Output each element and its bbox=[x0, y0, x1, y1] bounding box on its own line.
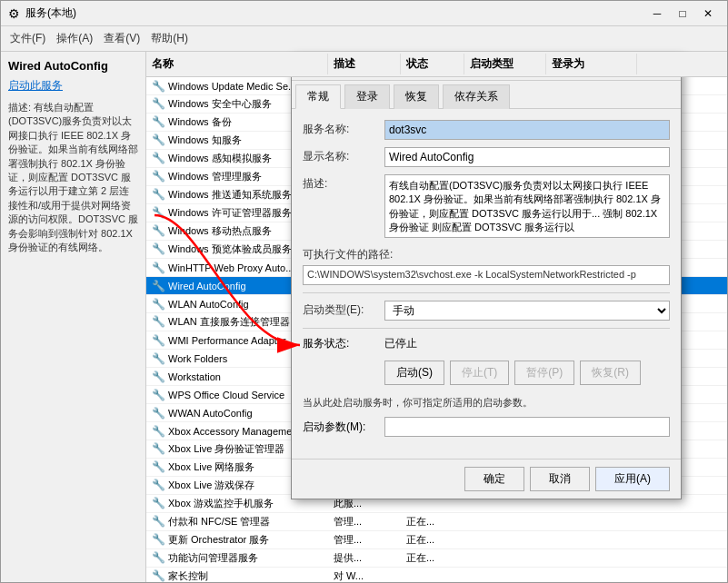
startup-type-select[interactable]: 自动 自动(延迟启动) 手动 禁用 bbox=[384, 301, 670, 321]
service-icon: 🔧 bbox=[152, 262, 165, 274]
header-status[interactable]: 状态 bbox=[401, 54, 464, 74]
resume-button[interactable]: 恢复(R) bbox=[580, 361, 641, 385]
menu-bar: 文件(F) 操作(A) 查看(V) 帮助(H) bbox=[1, 26, 727, 52]
service-icon: 🔧 bbox=[152, 479, 165, 491]
service-icon: 🔧 bbox=[152, 115, 165, 128]
minimize-button[interactable]: ─ bbox=[645, 5, 669, 23]
login-cell bbox=[546, 539, 637, 541]
startup-type-row: 启动类型(E): 自动 自动(延迟启动) 手动 禁用 bbox=[303, 301, 670, 321]
start-service-link[interactable]: 启动此服务 bbox=[8, 78, 138, 94]
list-row[interactable]: 🔧功能访问管理器服务提供...正在... bbox=[146, 549, 727, 568]
service-icon: 🔧 bbox=[152, 298, 165, 311]
status-cell bbox=[401, 503, 464, 505]
service-icon: 🔧 bbox=[152, 280, 165, 292]
selected-service-name: Wired AutoConfig bbox=[8, 59, 138, 73]
login-cell bbox=[546, 558, 637, 559]
service-name-row: 服务名称: bbox=[303, 120, 670, 140]
service-icon: 🔧 bbox=[152, 371, 165, 383]
help-text: 当从此处启动服务时，你可指定所适用的启动参数。 bbox=[303, 396, 670, 410]
tab-general[interactable]: 常规 bbox=[295, 84, 341, 109]
list-header: 名称 描述 状态 启动类型 登录为 bbox=[146, 52, 727, 77]
exe-path-row: 可执行文件的路径: C:\WINDOWS\system32\svchost.ex… bbox=[303, 245, 670, 285]
service-icon: 🔧 bbox=[152, 224, 165, 237]
display-name-row: 显示名称: bbox=[303, 147, 670, 167]
service-icon: 🔧 bbox=[152, 497, 165, 509]
desc-cell: 对 W... bbox=[328, 568, 401, 582]
service-name-cell: 🔧付款和 NFC/SE 管理器 bbox=[146, 514, 328, 529]
login-cell bbox=[546, 576, 637, 578]
service-description-text: 描述: 有线自动配置(DOT3SVC)服务负责对以太网接口执行 IEEE 802… bbox=[8, 101, 138, 254]
service-name-input[interactable] bbox=[384, 120, 670, 140]
menu-file[interactable]: 文件(F) bbox=[5, 29, 51, 48]
login-cell bbox=[546, 503, 637, 505]
service-icon: 🔧 bbox=[152, 569, 165, 582]
header-name[interactable]: 名称 bbox=[146, 54, 328, 74]
dialog-footer: 确定 取消 应用(A) bbox=[292, 459, 681, 499]
list-row[interactable]: 🔧付款和 NFC/SE 管理器管理...正在... bbox=[146, 513, 727, 531]
service-icon: 🔧 bbox=[152, 206, 165, 219]
service-icon: 🔧 bbox=[152, 407, 165, 420]
stop-button[interactable]: 停止(T) bbox=[450, 361, 509, 385]
service-name-cell: 🔧功能访问管理器服务 bbox=[146, 550, 328, 566]
service-icon: 🔧 bbox=[152, 460, 165, 473]
pause-button[interactable]: 暂停(P) bbox=[514, 361, 574, 385]
startup-cell bbox=[464, 576, 546, 578]
tab-dependencies[interactable]: 依存关系 bbox=[443, 84, 510, 109]
close-button[interactable]: ✕ bbox=[696, 5, 720, 23]
ok-button[interactable]: 确定 bbox=[464, 467, 524, 491]
service-action-buttons: 启动(S) 停止(T) 暂停(P) 恢复(R) bbox=[384, 361, 670, 385]
status-cell: 正在... bbox=[401, 550, 464, 566]
maximize-button[interactable]: □ bbox=[671, 5, 694, 23]
service-icon: 🔧 bbox=[152, 315, 165, 328]
startup-type-label: 启动类型(E): bbox=[303, 301, 384, 318]
service-icon: 🔧 bbox=[152, 442, 165, 455]
header-startup[interactable]: 启动类型 bbox=[464, 54, 546, 74]
header-desc[interactable]: 描述 bbox=[328, 54, 401, 74]
login-cell bbox=[546, 521, 637, 523]
list-row[interactable]: 🔧更新 Orchestrator 服务管理...正在... bbox=[146, 531, 727, 549]
param-label: 启动参数(M): bbox=[303, 420, 384, 435]
service-icon: 🔧 bbox=[152, 515, 165, 528]
service-icon: 🔧 bbox=[152, 352, 165, 365]
desc-cell: 管理... bbox=[328, 532, 401, 548]
status-value: 已停止 bbox=[384, 336, 417, 351]
menu-action[interactable]: 操作(A) bbox=[51, 29, 98, 48]
status-cell: 正在... bbox=[401, 514, 464, 529]
param-input[interactable] bbox=[384, 417, 670, 437]
apply-button[interactable]: 应用(A) bbox=[595, 467, 670, 491]
status-cell bbox=[401, 576, 464, 578]
window-title: 服务(本地) bbox=[25, 5, 645, 21]
startup-cell bbox=[464, 539, 546, 541]
service-icon: 🔧 bbox=[152, 80, 165, 93]
service-name-cell: 🔧家长控制 bbox=[146, 568, 328, 582]
display-name-label: 显示名称: bbox=[303, 147, 384, 164]
window-controls: ─ □ ✕ bbox=[645, 5, 720, 23]
start-button[interactable]: 启动(S) bbox=[384, 361, 444, 385]
menu-help[interactable]: 帮助(H) bbox=[145, 29, 194, 48]
service-icon: 🔧 bbox=[152, 133, 165, 146]
tab-login[interactable]: 登录 bbox=[344, 84, 390, 109]
service-icon: 🔧 bbox=[152, 533, 165, 546]
service-name-cell: 🔧更新 Orchestrator 服务 bbox=[146, 532, 328, 548]
exe-path-label: 可执行文件的路径: bbox=[303, 245, 670, 262]
cancel-button[interactable]: 取消 bbox=[530, 467, 590, 491]
properties-dialog[interactable]: Wired AutoConfig 的属性(本地计算机) ✕ 常规 登录 恢复 依… bbox=[291, 54, 682, 499]
description-textarea[interactable]: 有线自动配置(DOT3SVC)服务负责对以太网接口执行 IEEE 802.1X … bbox=[384, 174, 670, 238]
status-label: 服务状态: bbox=[303, 336, 384, 351]
service-icon: 🔧 bbox=[152, 152, 165, 164]
list-row[interactable]: 🔧家长控制对 W... bbox=[146, 568, 727, 582]
service-icon: 🔧 bbox=[152, 188, 165, 201]
service-icon: 🔧 bbox=[152, 425, 165, 438]
dialog-body: 服务名称: 显示名称: 描述: 有线自动配置(DOT3SVC)服务负责对以太网接… bbox=[292, 109, 681, 459]
status-cell: 正在... bbox=[401, 532, 464, 548]
tab-recovery[interactable]: 恢复 bbox=[394, 84, 439, 109]
startup-cell bbox=[464, 521, 546, 523]
desc-cell: 管理... bbox=[328, 514, 401, 529]
header-login[interactable]: 登录为 bbox=[546, 54, 637, 74]
display-name-input[interactable] bbox=[384, 147, 670, 167]
menu-view[interactable]: 查看(V) bbox=[98, 29, 145, 48]
description-label: 描述: bbox=[303, 174, 384, 192]
service-icon: 🔧 bbox=[152, 242, 165, 255]
service-name-label: 服务名称: bbox=[303, 120, 384, 137]
app-icon: ⚙ bbox=[8, 6, 20, 21]
